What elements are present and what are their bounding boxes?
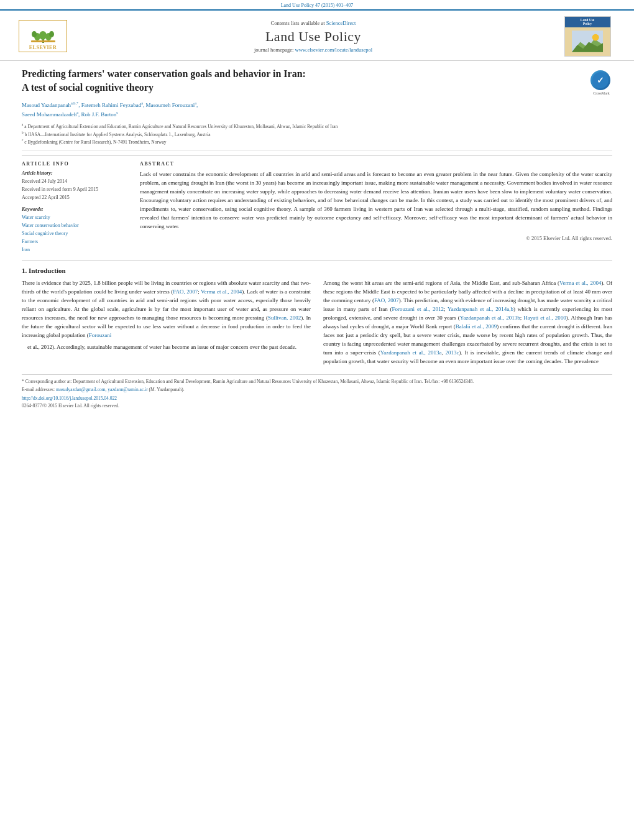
intro-text-left: There is evidence that by 2025, 1.8 bill… <box>22 279 311 352</box>
cite-balalii[interactable]: Balalii et al., 2009 <box>456 323 497 330</box>
homepage-url: www.elsevier.com/locate/landusepol <box>295 47 373 53</box>
journal-header: ELSEVIER Contents lists available at Sci… <box>0 11 634 61</box>
author-5: Rob J.F. Burton <box>81 111 117 118</box>
svg-point-1 <box>39 31 47 40</box>
keywords-label: Keywords: <box>22 206 127 212</box>
author-4: Saeed Mohammadzadeh <box>22 111 76 118</box>
affil-2: b b IIASA—International Institute for Ap… <box>22 131 584 138</box>
article-title-section: Predicting farmers' water conservation g… <box>22 67 612 150</box>
affil-1: a a Department of Agricultural Extension… <box>22 122 584 130</box>
cite-forouzani2[interactable]: Forouzani et al., 2012 <box>392 306 444 312</box>
affil-3: c c Bygdeforskning (Centre for Rural Res… <box>22 138 584 145</box>
received-date: Received 24 July 2014 <box>22 178 127 186</box>
article-area: Predicting farmers' water conservation g… <box>0 61 634 418</box>
abstract-copyright: © 2015 Elsevier Ltd. All rights reserved… <box>140 235 612 241</box>
article-title: Predicting farmers' water conservation g… <box>22 67 584 95</box>
intro-heading: 1. Introduction <box>22 267 612 274</box>
affil-1-text: a Department of Agricultural Extension a… <box>24 123 338 129</box>
author-2: Fatemeh Rahimi Feyzabad <box>81 102 141 108</box>
cite-yazdan2014[interactable]: Yazdanpanah et al., 2014a,b <box>448 306 513 312</box>
homepage-label: journal homepage: <box>254 47 294 53</box>
intro-body-cols: There is evidence that by 2025, 1.8 bill… <box>22 279 612 369</box>
article-title-block: Predicting farmers' water conservation g… <box>22 67 590 146</box>
volume-line: Land Use Policy 47 (2015) 401–407 <box>0 0 634 11</box>
history-label: Article history: <box>22 170 127 176</box>
elsevier-wordmark: ELSEVIER <box>29 45 57 50</box>
cite-verma-2004[interactable]: Verma et al., 2004 <box>201 288 242 295</box>
article-authors: Masoud Yazdanpanaha,b,*, Fatemeh Rahimi … <box>22 100 584 119</box>
cite-fao-2007[interactable]: FAO, 2007 <box>173 288 198 295</box>
issn-copyright: 0264-8377/© 2015 Elsevier Ltd. All right… <box>22 402 612 409</box>
page-wrapper: Land Use Policy 47 (2015) 401–407 ELSEVI… <box>0 0 634 840</box>
email-link[interactable]: masudyazdan@gmail.com, yazdann@ramin.ac.… <box>56 387 149 392</box>
keywords-section: Keywords: Water scarcity Water conservat… <box>22 206 127 254</box>
cite-yazdan2013b[interactable]: Yazdanpanah et al., 2013b <box>460 315 520 321</box>
svg-point-10 <box>592 34 599 41</box>
homepage-link[interactable]: www.elsevier.com/locate/landusepol <box>295 47 373 53</box>
svg-point-5 <box>49 31 54 37</box>
contents-line: Contents lists available at ScienceDirec… <box>67 20 559 26</box>
affil-2-text: b IIASA—International Institute for Appl… <box>25 131 211 137</box>
article-history: Article history: Received 24 July 2014 R… <box>22 170 127 201</box>
accepted-date: Accepted 22 April 2015 <box>22 194 127 202</box>
keyword-1: Water scarcity <box>22 214 127 222</box>
intro-section: 1. Introduction There is evidence that b… <box>22 267 612 369</box>
abstract-text: Lack of water constrains the economic de… <box>140 170 612 231</box>
affil-3-text: c Bygdeforskning (Centre for Rural Resea… <box>24 139 166 145</box>
cite-forouzani[interactable]: Forouzani <box>89 332 112 338</box>
email-note: (M. Yazdanpanah). <box>149 387 185 392</box>
cite-verma2[interactable]: Verma et al., 2004 <box>559 280 601 286</box>
cite-sullivan[interactable]: Sullivan, 2002 <box>268 315 301 321</box>
abstract-col: ABSTRACT Lack of water constrains the ec… <box>140 161 612 254</box>
volume-text: Land Use Policy 47 (2015) 401–407 <box>281 2 354 8</box>
article-info-label: ARTICLE INFO <box>22 161 127 167</box>
crossmark-icon: ✓ <box>590 70 610 90</box>
date-received: Received 24 July 2014 Received in revise… <box>22 178 127 201</box>
crossmark-badge[interactable]: ✓ CrossMark <box>590 70 612 92</box>
intro-col-left: There is evidence that by 2025, 1.8 bill… <box>22 279 311 369</box>
sciencedirect-text: ScienceDirect <box>326 20 356 26</box>
email-label: E-mail addresses: <box>22 387 55 392</box>
journal-thumbnail: Land UsePolicy <box>559 14 615 58</box>
cite-hayati[interactable]: Hayati et al., 2010 <box>523 315 566 321</box>
keyword-2: Water conservation behavior <box>22 222 127 230</box>
svg-point-4 <box>32 31 37 37</box>
body-divider <box>22 260 612 261</box>
journal-thumb-box: Land UsePolicy <box>564 16 611 57</box>
doi-line: http://dx.doi.org/10.1016/j.landusepol.2… <box>22 395 612 402</box>
keyword-5: Iran <box>22 246 127 254</box>
cite-yazdan2013c[interactable]: 2013c <box>446 349 459 356</box>
svg-rect-6 <box>31 40 55 42</box>
journal-title-text: Land Use Policy <box>265 29 361 44</box>
contents-text: Contents lists available at <box>271 20 325 26</box>
thumb-body <box>565 27 610 56</box>
corresponding-footnote: * Corresponding author at: Department of… <box>22 378 612 385</box>
elsevier-logo: ELSEVIER <box>19 20 67 52</box>
journal-homepage: journal homepage: www.elsevier.com/locat… <box>67 47 559 53</box>
crossmark-label: CrossMark <box>590 91 612 95</box>
affiliations: a a Department of Agricultural Extension… <box>22 122 584 145</box>
keyword-3: Social cognitive theory <box>22 230 127 238</box>
svg-text:✓: ✓ <box>597 76 604 85</box>
cite-fao2[interactable]: FAO, 2007 <box>374 297 399 303</box>
sciencedirect-link[interactable]: ScienceDirect <box>326 20 356 26</box>
journal-title: Land Use Policy <box>67 29 559 45</box>
article-info-col: ARTICLE INFO Article history: Received 2… <box>22 161 127 254</box>
footnotes: * Corresponding author at: Department of… <box>22 374 612 409</box>
corresponding-text: * Corresponding author at: Department of… <box>22 379 474 384</box>
intro-col-right: Among the worst hit areas are the semi-a… <box>323 279 612 369</box>
journal-center-info: Contents lists available at ScienceDirec… <box>67 20 559 53</box>
elsevier-tree-graphic <box>26 22 60 45</box>
thumb-header: Land UsePolicy <box>565 17 610 27</box>
email-footnote: E-mail addresses: masudyazdan@gmail.com,… <box>22 386 612 393</box>
revised-date: Received in revised form 9 April 2015 <box>22 186 127 194</box>
email-addresses: masudyazdan@gmail.com, yazdann@ramin.ac.… <box>56 387 148 392</box>
abstract-label: ABSTRACT <box>140 161 612 167</box>
article-info-abstract-section: ARTICLE INFO Article history: Received 2… <box>22 155 612 254</box>
intro-text-right: Among the worst hit areas are the semi-a… <box>323 279 612 366</box>
keyword-4: Farmers <box>22 238 127 246</box>
author-3: Masoumeh Forouzani <box>146 102 195 108</box>
cite-yazdan2013a[interactable]: Yazdanpanah et al., 2013a <box>380 349 442 356</box>
author-1: Masoud Yazdanpanah <box>22 102 71 108</box>
doi-link[interactable]: http://dx.doi.org/10.1016/j.landusepol.2… <box>22 395 117 401</box>
